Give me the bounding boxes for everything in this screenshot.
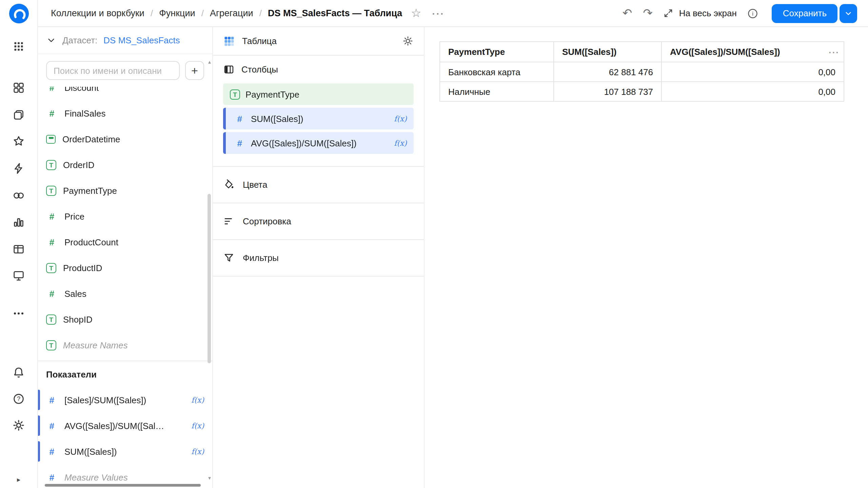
chevron-down-icon[interactable] [46, 35, 56, 45]
dataset-link[interactable]: DS MS_SalesFacts [103, 35, 180, 45]
nav-favorites-star-icon[interactable] [10, 133, 27, 150]
svg-text:i: i [752, 10, 754, 17]
field-label: PaymentType [63, 185, 117, 196]
horizontal-scrollbar[interactable] [45, 484, 201, 487]
topbar: / Коллекции и воркбуки / Функции / Агрег… [38, 0, 868, 27]
scroll-up-icon[interactable]: ▴ [208, 60, 211, 65]
breadcrumb-item[interactable]: / Агрегации [195, 8, 253, 18]
breadcrumb-label[interactable]: Функции [159, 8, 195, 18]
left-sidebar: ? ▸ [0, 0, 38, 488]
save-dropdown-button[interactable] [840, 4, 857, 23]
dataset-measure[interactable]: AVG([Sales])/SUM([Sales]) f(x) [38, 413, 212, 439]
field-search-row: + [38, 54, 212, 87]
filters-section[interactable]: Фильтры [213, 240, 424, 277]
dataset-measure[interactable]: [Sales]/SUM([Sales]) f(x) [38, 387, 212, 413]
help-question-icon[interactable]: ? [10, 390, 27, 408]
table-cell: Наличные [440, 82, 554, 101]
table-cell: 107 188 737 [554, 82, 662, 101]
colors-bucket-icon [223, 179, 235, 190]
nav-more-icon[interactable] [10, 305, 27, 322]
field-type-icon [46, 340, 56, 350]
breadcrumb-label[interactable]: DS MS_SalesFacts — Таблица [268, 8, 402, 18]
dataset-measure[interactable]: SUM([Sales]) f(x) [38, 439, 212, 464]
chart-type-label: Таблица [242, 36, 277, 46]
save-button[interactable]: Сохранить [772, 4, 837, 23]
search-input[interactable] [46, 61, 180, 80]
table-menu-ellipsis[interactable]: ··· [829, 47, 840, 58]
field-type-icon [46, 107, 58, 119]
column-chip[interactable]: PaymentType [223, 83, 414, 105]
dataset-field[interactable]: Sales [38, 281, 212, 306]
nav-datasets-icon[interactable] [10, 186, 27, 204]
column-chip[interactable]: SUM([Sales]) f(x) [223, 108, 414, 129]
breadcrumb-item[interactable]: / DS MS_SalesFacts — Таблица [253, 8, 402, 18]
more-options-icon[interactable]: ··· [432, 8, 445, 18]
field-type-icon [46, 263, 56, 273]
favorite-star-icon[interactable]: ☆ [411, 7, 421, 19]
breadcrumb-label[interactable]: Агрегации [210, 8, 253, 18]
dataset-field[interactable]: ProductCount [38, 229, 212, 255]
column-header[interactable]: AVG([Sales])/SUM([Sales]) [662, 42, 844, 62]
dataset-field[interactable]: OrderID [38, 152, 212, 178]
field-type-icon [46, 210, 58, 222]
dataset-field[interactable]: Measure Names [38, 332, 212, 358]
fullscreen-button[interactable]: На весь экран [664, 8, 737, 18]
notifications-bell-icon[interactable] [10, 364, 27, 381]
section-label: Сортировка [243, 216, 291, 226]
vertical-scrollbar[interactable] [208, 194, 211, 363]
chart-settings-gear-icon[interactable] [402, 35, 414, 47]
field-label: FinalSales [64, 108, 105, 118]
column-chip[interactable]: AVG([Sales])/SUM([Sales]) f(x) [223, 132, 414, 154]
preview-table: PaymentType SUM([Sales]) AVG([Sales])/SU… [439, 41, 844, 102]
breadcrumb-item[interactable]: / Коллекции и воркбуки [51, 8, 144, 18]
visualization-panel: Таблица Столбцы [213, 27, 425, 488]
dimension-type-icon [230, 89, 240, 99]
dataset-field[interactable]: OrderDatetime [38, 126, 212, 152]
dataset-field[interactable]: FinalSales [38, 100, 212, 126]
column-header[interactable]: PaymentType [440, 42, 554, 62]
field-type-icon [46, 288, 58, 299]
datalens-logo-icon[interactable] [8, 3, 29, 24]
dimension-list: Discount FinalSales OrderDatetime [38, 87, 212, 358]
dataset-field[interactable]: Price [38, 203, 212, 229]
measure-type-icon [46, 394, 58, 406]
nav-tables-icon[interactable] [10, 240, 27, 258]
nav-collections-icon[interactable] [10, 106, 27, 123]
section-label: Фильтры [243, 253, 279, 263]
dataset-field[interactable]: PaymentType [38, 178, 212, 203]
section-label: Цвета [243, 180, 267, 190]
chip-label: AVG([Sales])/SUM([Sales]) [251, 138, 357, 148]
breadcrumb: / Коллекции и воркбуки / Функции / Агрег… [51, 8, 402, 18]
field-type-icon [46, 87, 58, 93]
table-chart-type-icon[interactable] [223, 35, 235, 47]
sort-icon [223, 216, 235, 227]
expand-sidebar-icon[interactable]: ▸ [10, 471, 27, 488]
info-icon[interactable]: i [748, 8, 758, 19]
nav-dashboards-icon[interactable] [10, 79, 27, 96]
dataset-label: Датасет: [62, 35, 97, 45]
breadcrumb-label[interactable]: Коллекции и воркбуки [51, 8, 144, 18]
columns-section-title: Столбцы [241, 64, 278, 75]
colors-section[interactable]: Цвета [213, 167, 424, 203]
apps-grid-icon[interactable] [10, 38, 27, 55]
add-field-button[interactable]: + [185, 61, 204, 80]
table-cell: 0,00 [662, 62, 844, 82]
field-type-icon [46, 160, 56, 170]
breadcrumb-item[interactable]: / Функции [144, 8, 195, 18]
sorting-section[interactable]: Сортировка [213, 203, 424, 240]
breadcrumb-separator: / [259, 8, 262, 18]
nav-charts-icon[interactable] [10, 214, 27, 231]
columns-section: Столбцы PaymentType [213, 56, 424, 167]
formula-icon: f(x) [394, 114, 407, 123]
scroll-down-icon[interactable]: ▾ [208, 476, 211, 481]
redo-icon[interactable]: ↷ [643, 7, 653, 19]
measure-type-icon [234, 137, 245, 149]
column-header[interactable]: SUM([Sales]) [554, 42, 662, 62]
dataset-field[interactable]: Discount [38, 87, 212, 100]
settings-gear-icon[interactable] [10, 416, 27, 434]
dataset-field[interactable]: ShopID [38, 306, 212, 332]
nav-connections-bolt-icon[interactable] [10, 160, 27, 177]
undo-icon[interactable]: ↶ [623, 7, 632, 19]
dataset-field[interactable]: ProductID [38, 255, 212, 281]
nav-monitoring-icon[interactable] [10, 267, 27, 284]
